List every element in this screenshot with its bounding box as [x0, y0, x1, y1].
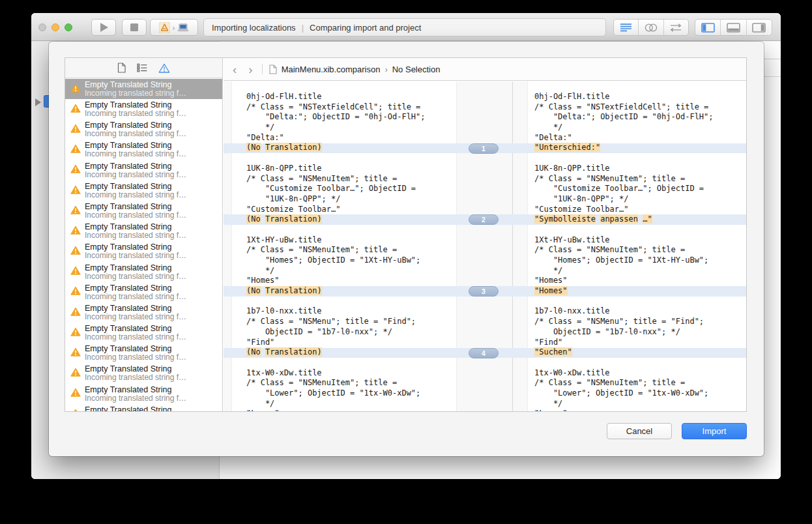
sidebar-warning-item[interactable]: Empty Translated StringIncoming translat… — [65, 242, 222, 262]
standard-editor-button[interactable] — [614, 20, 638, 35]
sidebar-warning-item[interactable]: Empty Translated StringIncoming translat… — [65, 302, 222, 323]
sidebar-warning-item[interactable]: Empty Translated StringIncoming translat… — [65, 323, 222, 343]
warning-icon-wrap — [70, 286, 81, 298]
warning-icon-wrap — [70, 347, 81, 359]
import-button[interactable]: Import — [682, 423, 747, 439]
sidebar-item-title: Empty Translated String — [85, 364, 186, 373]
code-line — [534, 358, 714, 368]
code-line: "Find" — [246, 338, 426, 348]
assistant-editor-button[interactable] — [638, 20, 663, 35]
sidebar-item-title: Empty Translated String — [85, 324, 186, 333]
toolbar: › Importing localizations | Comparing im… — [31, 13, 781, 41]
run-button[interactable] — [91, 19, 116, 36]
sidebar-item-subtitle: Incoming translated string f… — [85, 89, 186, 98]
debug-area-toggle-button[interactable] — [720, 20, 746, 35]
diff-value-right: "Unterschied:" — [534, 143, 714, 153]
status-separator: | — [302, 23, 304, 33]
changed-text: (No — [246, 347, 261, 357]
left-gutter — [224, 81, 232, 411]
version-editor-button[interactable] — [663, 20, 688, 35]
breadcrumb-file[interactable]: MainMenu.xib.comparison — [282, 65, 381, 74]
sidebar-item-title: Empty Translated String — [85, 80, 186, 89]
play-icon — [100, 23, 108, 32]
zoom-window-button[interactable] — [65, 23, 72, 31]
sidebar-warning-item[interactable]: Empty Translated StringIncoming translat… — [65, 79, 222, 99]
sidebar-item-title: Empty Translated String — [85, 222, 186, 231]
code-line: ObjectID = "1b7-l0-nxx"; */ — [534, 327, 714, 338]
sidebar-item-title: Empty Translated String — [85, 405, 186, 411]
code-line: */ — [534, 123, 714, 133]
code-line: "Customize Toolbar…" — [246, 205, 426, 215]
sidebar-warning-item[interactable]: Empty Translated StringIncoming translat… — [65, 181, 222, 201]
issues-sidebar: Empty Translated StringIncoming translat… — [65, 58, 223, 411]
warning-icon-wrap — [70, 83, 81, 95]
sidebar-item-title: Empty Translated String — [85, 182, 186, 191]
warning-icon — [70, 286, 81, 295]
sidebar-warning-item[interactable]: Empty Translated StringIncoming translat… — [65, 160, 222, 181]
app-scheme-icon — [159, 22, 170, 33]
code-line — [246, 153, 426, 164]
sidebar-warning-item[interactable]: Empty Translated StringIncoming translat… — [65, 343, 222, 363]
sidebar-warning-item[interactable]: Empty Translated StringIncoming translat… — [65, 201, 222, 221]
minimize-window-button[interactable] — [51, 23, 59, 31]
sidebar-warning-item[interactable]: Empty Translated StringIncoming translat… — [65, 384, 222, 404]
navigator-toggle-button[interactable] — [695, 20, 720, 35]
warning-icon — [70, 368, 81, 377]
back-button[interactable]: ‹ — [231, 63, 238, 76]
close-window-button[interactable] — [38, 23, 46, 31]
sidebar-item-text: Empty Translated StringIncoming translat… — [85, 141, 186, 159]
sidebar-item-title: Empty Translated String — [85, 385, 186, 394]
issues-list: Empty Translated StringIncoming translat… — [65, 79, 222, 411]
code-line: /* Class = "NSTextFieldCell"; title = — [534, 102, 714, 113]
warning-icon — [70, 83, 81, 93]
sidebar-warning-item[interactable]: Empty Translated StringIncoming translat… — [65, 119, 222, 139]
sidebar-item-title: Empty Translated String — [85, 304, 186, 313]
issues-tab-button[interactable] — [158, 63, 170, 73]
changed-text: "Suchen" — [534, 347, 572, 357]
code-line — [534, 225, 714, 235]
pane-divider — [512, 81, 513, 411]
debug-panel-icon — [727, 23, 740, 33]
changed-text: "Symbolleiste — [534, 214, 596, 224]
sidebar-warning-item[interactable]: Empty Translated StringIncoming translat… — [65, 221, 222, 241]
diff-badge: 1 — [469, 143, 499, 154]
sidebar-warning-item[interactable]: Empty Translated StringIncoming translat… — [65, 404, 222, 411]
jump-bar-separator — [262, 64, 263, 74]
disclosure-triangle-icon[interactable] — [35, 98, 41, 106]
breadcrumb-selection[interactable]: No Selection — [392, 65, 441, 74]
diff-badge: 4 — [469, 348, 499, 358]
file-icon — [269, 65, 277, 74]
sidebar-warning-item[interactable]: Empty Translated StringIncoming translat… — [65, 262, 222, 282]
diff-value-right: "Homes" — [534, 286, 714, 297]
warning-icon — [70, 164, 81, 173]
code-line: /* Class = "NSMenuItem"; title = — [246, 245, 426, 255]
comparison-content-box: Empty Translated StringIncoming translat… — [65, 57, 747, 412]
warning-icon — [70, 124, 81, 133]
cancel-button[interactable]: Cancel — [607, 423, 672, 439]
list-tab-button[interactable] — [137, 63, 147, 72]
changed-text: Translation) — [265, 214, 322, 224]
warning-icon — [70, 144, 81, 153]
code-line: "Customize Toolbar…"; ObjectID = — [534, 184, 714, 194]
sidebar-warning-item[interactable]: Empty Translated StringIncoming translat… — [65, 99, 222, 119]
sidebar-item-subtitle: Incoming translated string f… — [85, 313, 186, 322]
sidebar-warning-item[interactable]: Empty Translated StringIncoming translat… — [65, 364, 222, 384]
sidebar-item-subtitle: Incoming translated string f… — [85, 211, 186, 220]
sidebar-item-text: Empty Translated StringIncoming translat… — [85, 385, 186, 403]
inspector-toggle-button[interactable] — [746, 20, 772, 35]
stop-button[interactable] — [122, 19, 147, 36]
forward-button[interactable]: › — [247, 63, 254, 76]
code-line — [246, 297, 426, 307]
sidebar-item-title: Empty Translated String — [85, 263, 186, 272]
file-tab-button[interactable] — [117, 63, 126, 73]
warning-icon-wrap — [70, 226, 81, 237]
sidebar-item-subtitle: Incoming translated string f… — [85, 231, 186, 240]
changed-text: Translation) — [265, 286, 322, 295]
sidebar-warning-item[interactable]: Empty Translated StringIncoming translat… — [65, 282, 222, 302]
sidebar-warning-item[interactable]: Empty Translated StringIncoming translat… — [65, 140, 222, 160]
device-icon — [177, 23, 189, 32]
warning-icon — [70, 226, 81, 235]
code-comparison-area: 0hj-Od-FlH.title/* Class = "NSTextFieldC… — [224, 81, 746, 411]
status-secondary: Comparing import and project — [310, 23, 421, 33]
scheme-selector[interactable]: › — [150, 19, 198, 36]
